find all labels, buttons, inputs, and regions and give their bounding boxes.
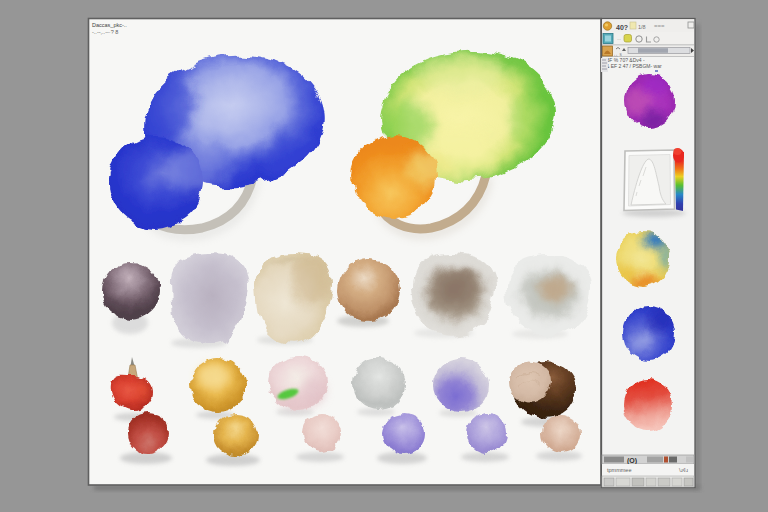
svg-text:tpmmmee: tpmmmee bbox=[607, 467, 631, 473]
svg-text:\ɹ¢ɹ: \ɹ¢ɹ bbox=[679, 467, 688, 473]
svg-text:-..--,..--·? 8: -..--,..--·? 8 bbox=[92, 29, 118, 35]
svg-text:40?: 40? bbox=[616, 24, 628, 31]
svg-text:(O): (O) bbox=[627, 457, 637, 465]
svg-text:& EF 2 47 / PSBGM- war: & EF 2 47 / PSBGM- war bbox=[606, 63, 662, 69]
svg-text:1/8: 1/8 bbox=[638, 24, 646, 30]
svg-text:··: ·· bbox=[617, 36, 621, 42]
svg-text:Daccas_pkc-..: Daccas_pkc-.. bbox=[92, 22, 127, 28]
svg-text:===: === bbox=[654, 23, 665, 29]
